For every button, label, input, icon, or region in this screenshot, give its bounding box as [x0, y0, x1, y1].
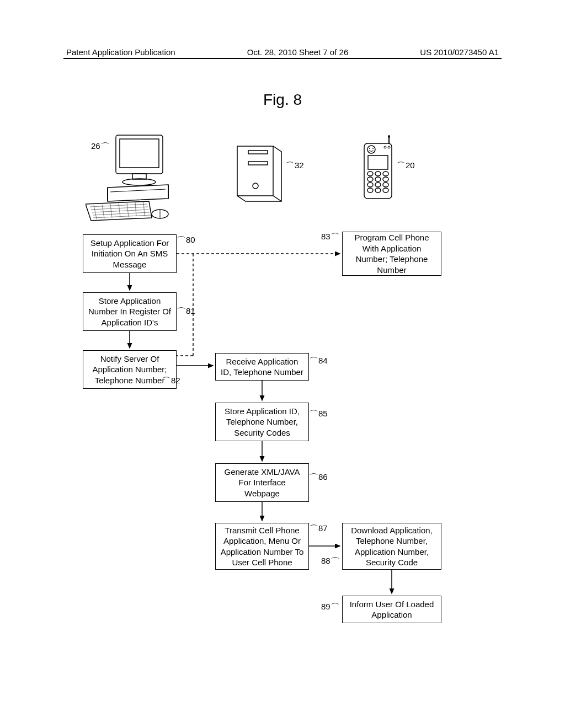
arrows: [0, 0, 565, 728]
